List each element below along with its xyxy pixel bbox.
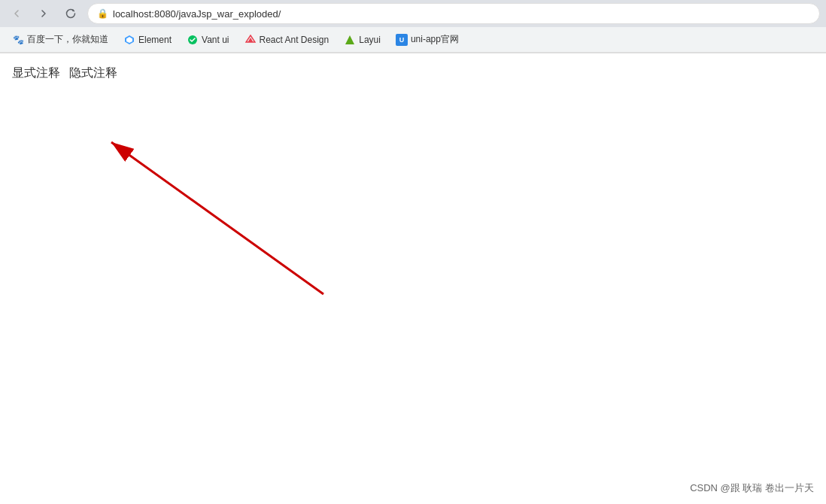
implicit-comment-text: 隐式注释 — [69, 65, 117, 81]
bookmarks-bar: 🐾 百度一下，你就知道 Element Vant ui — [0, 27, 826, 53]
antd-icon — [244, 34, 257, 46]
bookmark-element-label: Element — [138, 35, 172, 45]
browser-titlebar: 🔒 localhost:8080/javaJsp_war_exploded/ — [0, 0, 826, 27]
back-button[interactable] — [6, 3, 27, 24]
refresh-button[interactable] — [60, 3, 81, 24]
bookmark-baidu-label: 百度一下，你就知道 — [27, 33, 108, 46]
vant-icon — [187, 34, 199, 46]
baidu-icon: 🐾 — [12, 34, 24, 46]
bookmark-vant-label: Vant ui — [202, 35, 229, 45]
bookmark-antd[interactable]: React Ant Design — [238, 31, 336, 49]
forward-button[interactable] — [33, 3, 54, 24]
bookmark-uniapp[interactable]: U uni-app官网 — [390, 30, 465, 49]
element-icon — [123, 34, 135, 46]
address-text: localhost:8080/javaJsp_war_exploded/ — [113, 8, 281, 20]
uniapp-icon: U — [396, 34, 408, 46]
bookmark-vant[interactable]: Vant ui — [181, 31, 235, 49]
page-content: 显式注释 隐式注释 — [0, 53, 826, 475]
bookmark-layui[interactable]: Layui — [338, 31, 387, 49]
bookmark-element[interactable]: Element — [117, 31, 178, 49]
page-text-container: 显式注释 隐式注释 — [12, 65, 120, 81]
bookmark-layui-label: Layui — [359, 35, 381, 45]
explicit-comment-text: 显式注释 — [12, 65, 60, 81]
red-arrow — [0, 53, 826, 475]
bookmark-baidu[interactable]: 🐾 百度一下，你就知道 — [6, 30, 114, 49]
browser-chrome: 🔒 localhost:8080/javaJsp_war_exploded/ 🐾… — [0, 0, 826, 53]
svg-line-7 — [111, 142, 323, 294]
address-bar[interactable]: 🔒 localhost:8080/javaJsp_war_exploded/ — [87, 3, 820, 24]
bookmark-antd-label: React Ant Design — [260, 35, 329, 45]
layui-icon — [344, 34, 356, 46]
lock-icon: 🔒 — [97, 8, 108, 19]
svg-marker-5 — [345, 35, 354, 44]
bookmark-uniapp-label: uni-app官网 — [411, 33, 459, 46]
